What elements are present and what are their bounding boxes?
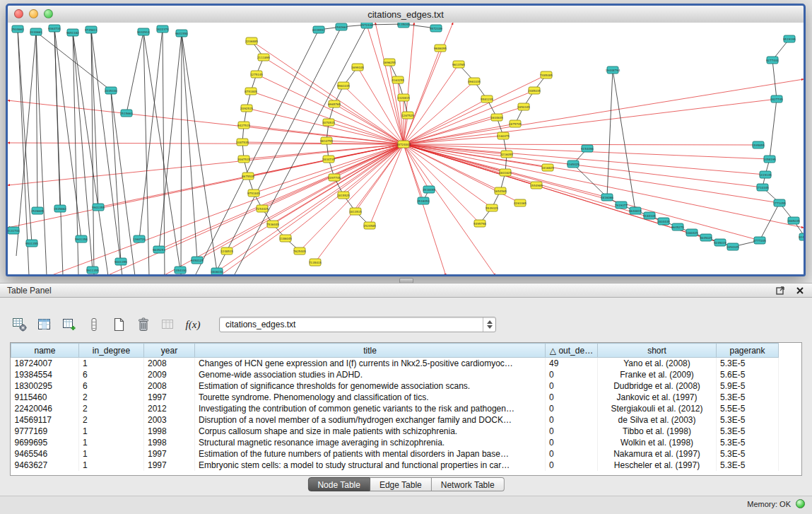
- graph-node[interactable]: 1267525: [401, 112, 414, 119]
- column-header[interactable]: title: [195, 344, 546, 358]
- graph-node[interactable]: 7254425: [256, 205, 269, 212]
- new-file-icon[interactable]: [110, 316, 127, 333]
- graph-node[interactable]: 1816066: [601, 194, 613, 201]
- graph-node[interactable]: 3518453: [417, 197, 430, 204]
- graph-node[interactable]: 1087535: [236, 139, 249, 146]
- graph-node[interactable]: 9245015: [714, 239, 726, 246]
- graph-node[interactable]: 9245095: [799, 233, 804, 240]
- table-row[interactable]: 1872400712008Changes of HCN gene express…: [11, 358, 779, 369]
- close-panel-icon[interactable]: [795, 286, 805, 296]
- graph-node[interactable]: 1582663: [335, 23, 348, 30]
- graph-node[interactable]: 1935862: [54, 205, 66, 212]
- graph-node[interactable]: 5581235: [481, 95, 493, 103]
- graph-node[interactable]: 5901358: [75, 235, 88, 243]
- close-window-button[interactable]: [14, 9, 23, 18]
- graph-node[interactable]: 1595855: [752, 141, 765, 148]
- graph-node[interactable]: 5495798: [473, 220, 486, 227]
- table-row[interactable]: 2242004622012Investigating the contribut…: [11, 403, 779, 414]
- graph-node[interactable]: 9745811: [85, 26, 98, 33]
- graph-node[interactable]: 9645275: [671, 223, 684, 230]
- graph-node[interactable]: 1696255: [383, 59, 396, 66]
- graph-node[interactable]: 1572446: [360, 23, 373, 28]
- graph-node[interactable]: 9645251: [153, 246, 165, 253]
- graph-node[interactable]: 7919377: [615, 201, 628, 209]
- graph-node[interactable]: 5961035: [337, 82, 350, 89]
- graph-node[interactable]: 9427515: [237, 122, 250, 129]
- graph-node[interactable]: 9572339: [430, 25, 442, 32]
- graph-node[interactable]: 8439551: [312, 26, 325, 33]
- graph-node[interactable]: 9645025: [700, 234, 712, 241]
- graph-node[interactable]: 1524585: [363, 222, 376, 229]
- graph-node[interactable]: 3216055: [500, 151, 513, 158]
- graph-node[interactable]: 1804435: [657, 218, 670, 225]
- graph-node[interactable]: 1060425: [686, 229, 698, 236]
- show-columns-icon[interactable]: [36, 316, 53, 333]
- graph-node[interactable]: 1604635: [490, 114, 503, 121]
- column-header[interactable]: pagerank: [717, 344, 779, 358]
- graph-node[interactable]: 9651182: [66, 29, 79, 36]
- float-panel-icon[interactable]: [775, 286, 785, 296]
- delete-column-icon[interactable]: [135, 316, 152, 333]
- graph-node[interactable]: 5549325: [486, 204, 498, 211]
- graph-node[interactable]: 9184105: [643, 212, 656, 219]
- graph-node[interactable]: 19448794: [606, 66, 620, 74]
- table-mode-icon[interactable]: [86, 316, 102, 333]
- graph-node[interactable]: 1160475: [497, 132, 510, 139]
- graph-node[interactable]: 6965765: [328, 100, 341, 107]
- graph-node[interactable]: 9810755: [320, 137, 333, 144]
- graph-node[interactable]: 2030661: [30, 28, 42, 35]
- graph-node[interactable]: 1834735: [322, 156, 335, 163]
- graph-node[interactable]: 9277444: [766, 57, 779, 64]
- graph-node[interactable]: 9640815: [629, 207, 642, 214]
- table-row[interactable]: 977716911998Corpus callosum shape and si…: [11, 426, 779, 437]
- function-builder-icon[interactable]: f(x): [184, 316, 201, 333]
- graph-node[interactable]: 1875745: [509, 120, 522, 127]
- window-titlebar[interactable]: citations_edges.txt: [8, 6, 804, 23]
- graph-node[interactable]: 8751805: [245, 88, 257, 95]
- graph-node[interactable]: 1654565: [494, 187, 507, 194]
- table-row[interactable]: 946362711997Embryonic stem cells: a mode…: [11, 460, 779, 471]
- graph-node[interactable]: 9519195: [783, 35, 796, 42]
- graph-node[interactable]: 2035330: [105, 87, 117, 94]
- column-header[interactable]: in_degree: [79, 344, 144, 358]
- graph-node[interactable]: 1360720: [133, 235, 146, 243]
- graph-node[interactable]: 5911355: [86, 267, 99, 274]
- table-settings-icon[interactable]: [11, 316, 28, 333]
- tab-network-table[interactable]: Network Table: [432, 477, 505, 491]
- table-row[interactable]: 911546021997Tourette syndrome. Phenomeno…: [11, 392, 779, 403]
- graph-node[interactable]: 1854325: [726, 243, 739, 250]
- graph-node[interactable]: 2092515: [240, 105, 253, 112]
- graph-node[interactable]: 3070515: [322, 119, 335, 126]
- graph-node[interactable]: 2504663: [11, 25, 24, 33]
- graph-node[interactable]: 5165425: [567, 160, 579, 168]
- graph-node[interactable]: 9450125: [191, 257, 204, 264]
- graph-node[interactable]: 1320815: [397, 94, 410, 101]
- graph-node[interactable]: 1275145: [250, 71, 263, 78]
- graph-node[interactable]: 1806030: [211, 268, 223, 274]
- table-row[interactable]: 1456911722003Disruption of a novel membe…: [11, 414, 779, 426]
- graph-node[interactable]: 1771055: [773, 199, 786, 206]
- graph-node[interactable]: 2111895: [257, 54, 270, 61]
- graph-node[interactable]: 18724007: [396, 141, 411, 148]
- graph-node[interactable]: 1097745: [328, 174, 341, 181]
- graph-node[interactable]: 7625405: [293, 247, 306, 255]
- table-row[interactable]: 969969511998Structural magnetic resonanc…: [11, 437, 779, 448]
- graph-node[interactable]: 9131744: [8, 227, 20, 234]
- graph-node[interactable]: 1865035: [787, 217, 800, 224]
- graph-node[interactable]: 4961035: [468, 78, 481, 85]
- graph-node[interactable]: 1710345: [756, 184, 769, 191]
- table-row[interactable]: 1938455462009Genome-wide association stu…: [11, 369, 779, 380]
- graph-node[interactable]: 1815525: [337, 192, 350, 199]
- zoom-window-button[interactable]: [44, 9, 53, 18]
- column-header[interactable]: year: [144, 344, 195, 358]
- graph-node[interactable]: 5901355: [92, 204, 105, 211]
- graph-node[interactable]: 8135044: [397, 23, 410, 28]
- graph-node[interactable]: 8675535: [242, 173, 254, 180]
- column-header[interactable]: name: [11, 344, 79, 358]
- graph-node[interactable]: 9001355: [114, 258, 127, 265]
- graph-node[interactable]: 9032914: [137, 28, 150, 35]
- graph-node[interactable]: 7536445: [266, 221, 279, 228]
- add-column-icon[interactable]: [61, 316, 78, 333]
- graph-node[interactable]: 6777205: [753, 237, 766, 244]
- graph-node[interactable]: 1186045: [279, 235, 292, 242]
